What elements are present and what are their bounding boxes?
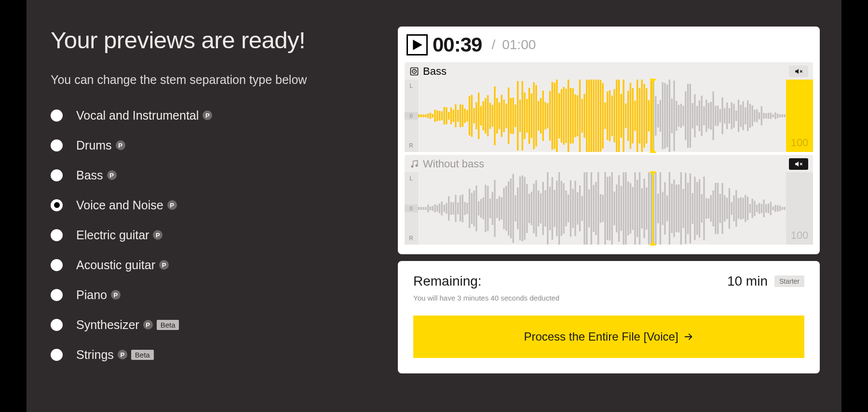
svg-rect-172: [423, 207, 424, 210]
remaining-panel: Remaining: 10 min Starter You will have …: [398, 261, 820, 373]
svg-rect-100: [634, 101, 636, 131]
svg-rect-244: [588, 190, 590, 228]
track-title: Without bass: [409, 158, 484, 170]
radio-button[interactable]: [51, 289, 63, 301]
stem-option[interactable]: DrumsP: [51, 138, 369, 152]
svg-rect-52: [524, 93, 525, 139]
radio-button[interactable]: [51, 349, 63, 361]
svg-rect-323: [770, 202, 772, 215]
svg-rect-174: [427, 205, 429, 212]
svg-rect-33: [480, 106, 482, 125]
svg-rect-315: [751, 199, 753, 218]
volume-slider[interactable]: 100: [786, 172, 813, 245]
process-button[interactable]: Process the Entire File [Voice]: [413, 316, 804, 358]
svg-rect-59: [540, 98, 542, 134]
svg-rect-115: [669, 80, 670, 152]
svg-rect-185: [453, 202, 454, 215]
svg-rect-257: [618, 175, 620, 242]
svg-rect-135: [715, 106, 716, 125]
svg-rect-26: [464, 109, 465, 123]
radio-button[interactable]: [51, 229, 63, 241]
svg-rect-268: [643, 179, 645, 238]
svg-rect-158: [768, 113, 769, 119]
svg-rect-203: [494, 180, 495, 237]
mute-button[interactable]: [789, 66, 808, 77]
svg-rect-247: [595, 182, 597, 235]
svg-rect-17: [443, 107, 445, 125]
svg-rect-136: [717, 106, 719, 126]
volume-slider[interactable]: 100: [786, 80, 813, 152]
stem-option-label: StringsPBeta: [76, 348, 154, 362]
svg-rect-259: [623, 172, 624, 245]
radio-button[interactable]: [51, 199, 63, 211]
svg-rect-222: [538, 191, 539, 226]
svg-rect-125: [692, 103, 693, 129]
svg-rect-93: [618, 80, 620, 152]
svg-rect-322: [768, 204, 769, 213]
volume-value: 100: [791, 229, 809, 242]
radio-button[interactable]: [51, 319, 63, 331]
premium-badge-icon: P: [143, 320, 153, 330]
svg-rect-143: [733, 104, 734, 128]
svg-rect-252: [607, 177, 608, 240]
svg-rect-92: [616, 80, 617, 152]
stem-option[interactable]: Acoustic guitarP: [51, 258, 369, 272]
svg-rect-127: [696, 106, 698, 126]
svg-rect-133: [710, 102, 712, 130]
svg-rect-156: [763, 113, 764, 119]
svg-rect-139: [724, 108, 725, 124]
svg-point-167: [416, 165, 418, 167]
svg-rect-201: [489, 198, 491, 218]
svg-rect-113: [664, 83, 665, 149]
svg-rect-51: [522, 81, 523, 151]
svg-rect-317: [756, 205, 758, 212]
stem-option[interactable]: StringsPBeta: [51, 348, 369, 362]
svg-rect-87: [604, 103, 606, 129]
svg-rect-47: [513, 97, 514, 134]
svg-rect-9: [425, 114, 426, 117]
stem-option[interactable]: SynthesizerPBeta: [51, 318, 369, 332]
waveform[interactable]: [418, 80, 786, 152]
svg-rect-112: [662, 82, 663, 150]
svg-rect-118: [676, 101, 677, 131]
stem-option[interactable]: BassP: [51, 168, 369, 182]
svg-rect-68: [561, 89, 562, 143]
stem-option[interactable]: PianoP: [51, 288, 369, 302]
radio-button[interactable]: [51, 259, 63, 271]
svg-rect-144: [735, 110, 737, 121]
svg-rect-248: [597, 172, 599, 245]
svg-rect-175: [430, 206, 431, 210]
radio-button[interactable]: [51, 139, 63, 151]
stem-option[interactable]: Voice and NoiseP: [51, 198, 369, 212]
svg-rect-310: [740, 197, 742, 220]
svg-rect-321: [765, 204, 767, 212]
svg-rect-236: [570, 180, 571, 236]
svg-rect-286: [685, 173, 686, 244]
mute-button[interactable]: [789, 158, 808, 170]
svg-rect-206: [501, 197, 502, 220]
stem-option[interactable]: Vocal and InstrumentalP: [51, 109, 369, 123]
radio-button[interactable]: [51, 110, 63, 122]
svg-rect-25: [462, 105, 463, 127]
svg-rect-287: [687, 183, 689, 234]
time-total: 01:00: [502, 37, 536, 53]
svg-rect-180: [441, 201, 443, 215]
waveform[interactable]: [418, 172, 786, 245]
stem-options-list: Vocal and InstrumentalPDrumsPBassPVoice …: [51, 109, 369, 362]
stem-option[interactable]: Electric guitarP: [51, 228, 369, 242]
radio-button[interactable]: [51, 169, 63, 181]
svg-rect-187: [457, 203, 459, 215]
svg-rect-120: [680, 104, 682, 128]
stem-option-label: Voice and NoiseP: [76, 198, 177, 212]
svg-rect-50: [519, 100, 521, 132]
svg-rect-121: [682, 106, 684, 126]
svg-rect-18: [446, 107, 447, 124]
svg-rect-251: [604, 172, 606, 245]
svg-rect-147: [742, 101, 744, 130]
play-button[interactable]: [407, 34, 428, 55]
svg-rect-173: [425, 207, 426, 210]
svg-rect-232: [561, 181, 562, 236]
preview-player: 00:39 / 01:00 BassL0R100Without bassL0R1…: [398, 27, 820, 254]
svg-rect-110: [657, 104, 659, 128]
svg-rect-105: [646, 88, 647, 143]
